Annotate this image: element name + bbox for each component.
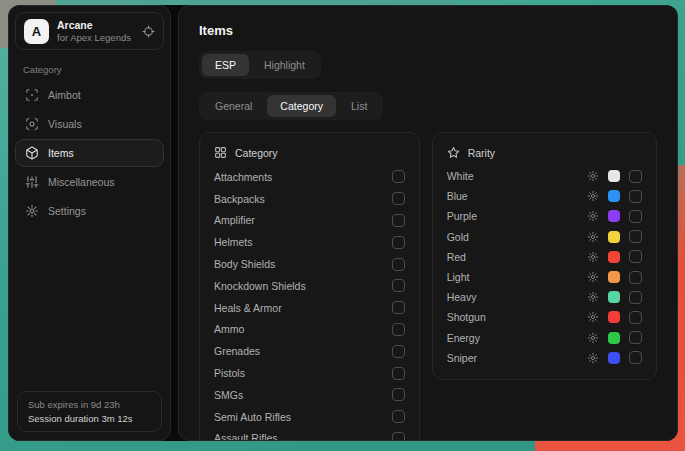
rarity-color-swatch[interactable]: [608, 352, 620, 364]
gear-icon[interactable]: [587, 311, 599, 323]
brand-card: A Arcane for Apex Legends: [15, 12, 164, 50]
category-checkbox[interactable]: [392, 279, 405, 292]
category-row: Amplifier: [214, 210, 405, 232]
category-row-label: Grenades: [214, 345, 260, 357]
rarity-checkbox[interactable]: [629, 311, 642, 324]
sidebar-item-items[interactable]: Items: [15, 139, 164, 167]
mode-toggle: ESP Highlight: [199, 51, 321, 79]
sidebar-section-label: Category: [23, 64, 156, 75]
rarity-row: Energy: [447, 328, 642, 348]
rarity-row: Purple: [447, 206, 642, 226]
category-row: Backpacks: [214, 188, 405, 210]
category-row-label: Ammo: [214, 323, 244, 335]
gear-icon[interactable]: [587, 332, 599, 344]
rarity-panel: Rarity White Blue Purple Gold: [432, 132, 657, 380]
category-row: Attachments: [214, 166, 405, 188]
gear-icon[interactable]: [587, 291, 599, 303]
category-row-label: Body Shields: [214, 258, 275, 270]
tab-category[interactable]: Category: [267, 95, 336, 117]
rarity-checkbox[interactable]: [629, 291, 642, 304]
session-duration-text: Session duration 3m 12s: [28, 413, 151, 424]
category-row-label: Knockdown Shields: [214, 280, 306, 292]
category-checkbox[interactable]: [392, 388, 405, 401]
category-row-label: Heals & Armor: [214, 302, 282, 314]
rarity-color-swatch[interactable]: [608, 210, 620, 222]
crosshair-icon: [25, 88, 39, 102]
gear-icon[interactable]: [587, 231, 599, 243]
rarity-color-swatch[interactable]: [608, 251, 620, 263]
rarity-color-swatch[interactable]: [608, 291, 620, 303]
rarity-row: Gold: [447, 227, 642, 247]
category-checkbox[interactable]: [392, 214, 405, 227]
rarity-color-swatch[interactable]: [608, 231, 620, 243]
rarity-row: Shotgun: [447, 307, 642, 327]
sidebar-item-miscellaneous[interactable]: Miscellaneous: [15, 168, 164, 196]
category-row: Pistols: [214, 362, 405, 384]
category-checkbox[interactable]: [392, 432, 405, 441]
gear-icon[interactable]: [587, 271, 599, 283]
category-checkbox[interactable]: [392, 236, 405, 249]
rarity-checkbox[interactable]: [629, 250, 642, 263]
gear-icon[interactable]: [587, 352, 599, 364]
rarity-row-label: White: [447, 170, 474, 182]
rarity-row: Sniper: [447, 348, 642, 368]
category-row-label: Helmets: [214, 236, 253, 248]
category-checkbox[interactable]: [392, 410, 405, 423]
category-checkbox[interactable]: [392, 323, 405, 336]
rarity-row-label: Sniper: [447, 352, 477, 364]
sidebar-item-visuals[interactable]: Visuals: [15, 110, 164, 138]
sidebar-item-label: Miscellaneous: [48, 176, 115, 188]
sidebar-item-label: Visuals: [48, 118, 82, 130]
sidebar-item-label: Settings: [48, 205, 86, 217]
gear-icon[interactable]: [587, 251, 599, 263]
category-panel: Category Attachments Backpacks Amplifier…: [199, 132, 420, 441]
rarity-row-label: Heavy: [447, 291, 477, 303]
category-checkbox[interactable]: [392, 170, 405, 183]
rarity-row-label: Blue: [447, 190, 468, 202]
rarity-checkbox[interactable]: [629, 190, 642, 203]
category-checkbox[interactable]: [392, 192, 405, 205]
rarity-row-label: Red: [447, 251, 466, 263]
rarity-color-swatch[interactable]: [608, 332, 620, 344]
tab-list[interactable]: List: [338, 95, 380, 117]
rarity-checkbox[interactable]: [629, 170, 642, 183]
category-checkbox[interactable]: [392, 345, 405, 358]
category-row: Grenades: [214, 340, 405, 362]
sidebar: A Arcane for Apex Legends Category Aimbo…: [8, 5, 171, 441]
mode-option-highlight[interactable]: Highlight: [251, 54, 318, 76]
rarity-checkbox[interactable]: [629, 271, 642, 284]
rarity-checkbox[interactable]: [629, 210, 642, 223]
target-icon[interactable]: [142, 25, 155, 38]
brand-subtitle: for Apex Legends: [57, 32, 134, 44]
rarity-row: Blue: [447, 186, 642, 206]
category-row: Body Shields: [214, 253, 405, 275]
mode-option-esp[interactable]: ESP: [202, 54, 249, 76]
rarity-list: White Blue Purple Gold Red: [447, 166, 642, 368]
sidebar-item-aimbot[interactable]: Aimbot: [15, 81, 164, 109]
category-checkbox[interactable]: [392, 258, 405, 271]
page-title: Items: [199, 23, 657, 38]
rarity-color-swatch[interactable]: [608, 170, 620, 182]
sidebar-item-label: Aimbot: [48, 89, 81, 101]
tab-general[interactable]: General: [202, 95, 265, 117]
rarity-checkbox[interactable]: [629, 230, 642, 243]
category-panel-header: Category: [214, 146, 405, 159]
category-row: Assault Rifles: [214, 428, 405, 441]
rarity-color-swatch[interactable]: [608, 271, 620, 283]
category-checkbox[interactable]: [392, 367, 405, 380]
gear-icon[interactable]: [587, 170, 599, 182]
gear-icon[interactable]: [587, 210, 599, 222]
sidebar-item-settings[interactable]: Settings: [15, 197, 164, 225]
category-checkbox[interactable]: [392, 301, 405, 314]
rarity-color-swatch[interactable]: [608, 190, 620, 202]
rarity-row-label: Purple: [447, 210, 477, 222]
rarity-checkbox[interactable]: [629, 331, 642, 344]
category-row-label: Semi Auto Rifles: [214, 411, 291, 423]
rarity-checkbox[interactable]: [629, 351, 642, 364]
rarity-panel-title: Rarity: [468, 147, 495, 159]
rarity-color-swatch[interactable]: [608, 311, 620, 323]
category-row-label: Amplifier: [214, 214, 255, 226]
gear-icon[interactable]: [587, 190, 599, 202]
rarity-row-label: Light: [447, 271, 470, 283]
rarity-row-label: Shotgun: [447, 311, 486, 323]
